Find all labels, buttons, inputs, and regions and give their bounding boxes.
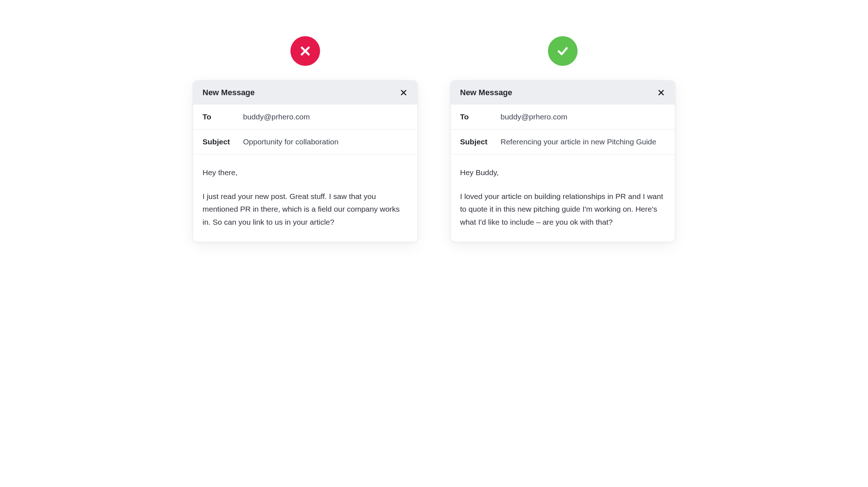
to-row: To buddy@prhero.com xyxy=(193,105,417,130)
card-title: New Message xyxy=(460,88,512,97)
close-icon[interactable] xyxy=(399,88,408,97)
card-title: New Message xyxy=(203,88,255,97)
card-header: New Message xyxy=(451,81,675,105)
subject-row: Subject Referencing your article in new … xyxy=(451,130,675,154)
body-text: I just read your new post. Great stuff. … xyxy=(203,190,408,229)
check-icon xyxy=(556,44,570,58)
bad-example: New Message To buddy@prhero.com Subject … xyxy=(193,36,418,242)
to-value[interactable]: buddy@prhero.com xyxy=(243,113,310,121)
subject-value[interactable]: Opportunity for collaboration xyxy=(243,137,339,146)
subject-label: Subject xyxy=(460,137,501,146)
message-card-bad: New Message To buddy@prhero.com Subject … xyxy=(193,80,418,242)
cross-badge xyxy=(290,36,320,66)
body-greeting: Hey there, xyxy=(203,167,408,178)
good-example: New Message To buddy@prhero.com Subject … xyxy=(450,36,675,242)
message-card-good: New Message To buddy@prhero.com Subject … xyxy=(450,80,675,242)
to-label: To xyxy=(460,113,501,121)
close-icon[interactable] xyxy=(657,88,665,97)
cross-icon xyxy=(298,44,312,58)
subject-row: Subject Opportunity for collaboration xyxy=(193,130,417,154)
card-header: New Message xyxy=(193,81,417,105)
subject-value[interactable]: Referencing your article in new Pitching… xyxy=(501,137,656,146)
body-section[interactable]: Hey Buddy, I loved your article on build… xyxy=(451,154,675,242)
body-greeting: Hey Buddy, xyxy=(460,167,665,178)
to-value[interactable]: buddy@prhero.com xyxy=(501,113,567,121)
subject-label: Subject xyxy=(203,137,243,146)
body-section[interactable]: Hey there, I just read your new post. Gr… xyxy=(193,154,417,242)
body-text: I loved your article on building relatio… xyxy=(460,190,665,229)
to-row: To buddy@prhero.com xyxy=(451,105,675,130)
to-label: To xyxy=(203,113,243,121)
check-badge xyxy=(548,36,578,66)
